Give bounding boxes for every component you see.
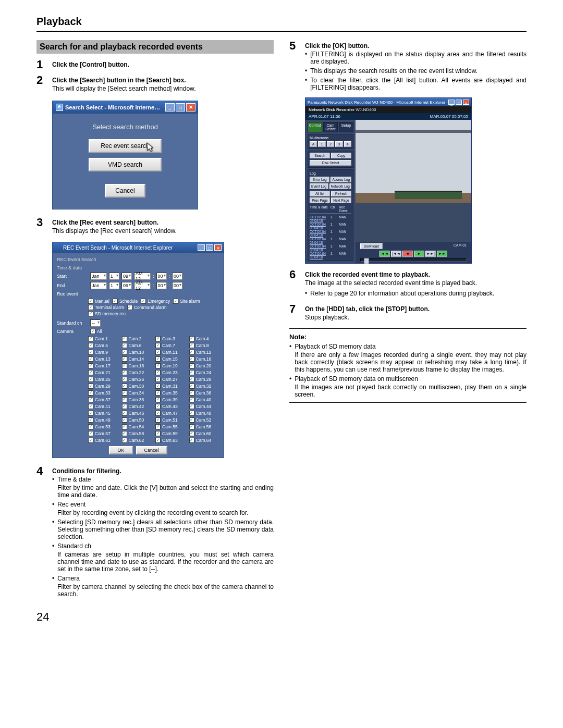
search-button[interactable]: Search bbox=[310, 153, 330, 158]
camera-checkbox[interactable]: ✓Cam.47 bbox=[155, 411, 186, 416]
camera-checkbox[interactable]: ✓Cam.33 bbox=[88, 390, 119, 396]
camera-checkbox[interactable]: ✓Cam.17 bbox=[88, 363, 119, 368]
refresh-button[interactable]: Refresh bbox=[331, 191, 351, 196]
camera-checkbox[interactable]: ✓Cam.14 bbox=[122, 356, 153, 362]
rec-opt-checkbox[interactable]: ✓Manual bbox=[88, 299, 109, 304]
camera-checkbox[interactable]: ✓Cam.54 bbox=[122, 424, 153, 429]
camera-checkbox[interactable]: ✓Cam.59 bbox=[155, 431, 186, 436]
maximize-icon[interactable]: □ bbox=[206, 244, 213, 251]
camera-checkbox[interactable]: ✓Cam.13 bbox=[88, 356, 119, 362]
vmd-search-button[interactable]: VMD search bbox=[89, 158, 162, 171]
start-day-select[interactable]: 1 bbox=[109, 273, 119, 280]
event-log-button[interactable]: Event Log bbox=[310, 183, 328, 189]
cancel-button[interactable]: Cancel bbox=[136, 446, 167, 454]
tab-cam-select[interactable]: Cam Select bbox=[323, 122, 338, 132]
start-ampm-select[interactable]: AM 12 bbox=[134, 273, 151, 280]
ms-4-button[interactable]: 4 bbox=[344, 141, 351, 147]
all-list-button[interactable]: All list bbox=[310, 191, 330, 196]
camera-checkbox[interactable]: ✓Cam.50 bbox=[122, 417, 153, 423]
camera-checkbox[interactable]: ✓Cam.23 bbox=[155, 370, 186, 375]
disk-select-button[interactable]: Disk Select bbox=[310, 160, 351, 166]
access-log-button[interactable]: Access Log bbox=[331, 177, 351, 182]
playback-stop-button[interactable]: ■ bbox=[402, 251, 413, 257]
camera-checkbox[interactable]: ✓Cam.30 bbox=[122, 384, 153, 389]
camera-checkbox[interactable]: ✓Cam.64 bbox=[189, 438, 220, 443]
end-sec-select[interactable]: 00 bbox=[172, 282, 182, 289]
playback-slider[interactable] bbox=[360, 258, 467, 262]
camera-checkbox[interactable]: ✓Cam.46 bbox=[122, 411, 153, 416]
ms-2-button[interactable]: 2 bbox=[327, 141, 334, 147]
camera-checkbox[interactable]: ✓Cam.49 bbox=[88, 417, 119, 423]
camera-checkbox[interactable]: ✓Cam.24 bbox=[189, 370, 220, 375]
camera-checkbox[interactable]: ✓Cam.20 bbox=[189, 363, 220, 368]
cam-all-checkbox[interactable]: ✓All bbox=[90, 329, 102, 334]
download-button[interactable]: Download bbox=[360, 243, 383, 249]
camera-checkbox[interactable]: ✓Cam.42 bbox=[122, 404, 153, 409]
camera-checkbox[interactable]: ✓Cam.32 bbox=[189, 384, 220, 389]
rec-opt-checkbox[interactable]: ✓Terminal alarm bbox=[88, 305, 124, 310]
event-row[interactable]: OCT.06.04 08:04:101MAN bbox=[310, 252, 351, 259]
rec-opt-checkbox[interactable]: ✓Command alarm bbox=[127, 305, 167, 310]
camera-checkbox[interactable]: ✓Cam.28 bbox=[189, 377, 220, 382]
camera-checkbox[interactable]: ✓Cam.62 bbox=[122, 438, 153, 443]
camera-checkbox[interactable]: ✓Cam.8 bbox=[189, 343, 220, 348]
camera-checkbox[interactable]: ✓Cam.9 bbox=[88, 350, 119, 355]
event-row[interactable]: OCT.06.04 08:04:101MAN bbox=[310, 215, 351, 223]
playback-ff-button[interactable]: ►► bbox=[437, 251, 447, 257]
camera-checkbox[interactable]: ✓Cam.61 bbox=[88, 438, 119, 443]
camera-checkbox[interactable]: ✓Cam.29 bbox=[88, 384, 119, 389]
rec-opt-checkbox[interactable]: ✓Site alarm bbox=[173, 299, 200, 304]
camera-checkbox[interactable]: ✓Cam.11 bbox=[155, 350, 186, 355]
camera-checkbox[interactable]: ✓Cam.53 bbox=[88, 424, 119, 429]
ms-1-button[interactable]: 1 bbox=[318, 141, 325, 147]
camera-checkbox[interactable]: ✓Cam.41 bbox=[88, 404, 119, 409]
minimize-icon[interactable]: _ bbox=[165, 103, 175, 112]
start-month-select[interactable]: Jan bbox=[90, 273, 107, 280]
event-row[interactable]: OCT.06.04 08:04:101MAN bbox=[310, 230, 351, 237]
camera-checkbox[interactable]: ✓Cam.19 bbox=[155, 363, 186, 368]
camera-checkbox[interactable]: ✓Cam.15 bbox=[155, 356, 186, 362]
tab-control[interactable]: Control bbox=[308, 122, 322, 132]
camera-checkbox[interactable]: ✓Cam.7 bbox=[155, 343, 186, 348]
start-min-select[interactable]: 00 bbox=[156, 273, 167, 280]
event-row[interactable]: OCT.06.04 08:04:101MAN bbox=[310, 237, 351, 244]
camera-checkbox[interactable]: ✓Cam.5 bbox=[88, 343, 119, 348]
camera-checkbox[interactable]: ✓Cam.43 bbox=[155, 404, 186, 409]
camera-checkbox[interactable]: ✓Cam.4 bbox=[189, 336, 220, 341]
rec-opt-checkbox[interactable]: ✓Schedule bbox=[113, 299, 138, 304]
minimize-icon[interactable]: _ bbox=[198, 244, 205, 251]
camera-checkbox[interactable]: ✓Cam.16 bbox=[189, 356, 220, 362]
playback-next-button[interactable]: ►►| bbox=[425, 251, 436, 257]
camera-checkbox[interactable]: ✓Cam.25 bbox=[88, 377, 119, 382]
camera-checkbox[interactable]: ✓Cam.22 bbox=[122, 370, 153, 375]
cancel-button[interactable]: Cancel bbox=[105, 184, 145, 198]
maximize-icon[interactable]: □ bbox=[456, 100, 462, 105]
camera-checkbox[interactable]: ✓Cam.3 bbox=[155, 336, 186, 341]
camera-checkbox[interactable]: ✓Cam.45 bbox=[88, 411, 119, 416]
rec-opt-checkbox[interactable]: ✓Emergency bbox=[141, 299, 170, 304]
camera-checkbox[interactable]: ✓Cam.34 bbox=[122, 390, 153, 396]
copy-button[interactable]: Copy bbox=[331, 153, 351, 158]
camera-checkbox[interactable]: ✓Cam.12 bbox=[189, 350, 220, 355]
standard-ch-select[interactable]: -- bbox=[90, 319, 101, 327]
camera-checkbox[interactable]: ✓Cam.48 bbox=[189, 411, 220, 416]
camera-checkbox[interactable]: ✓Cam.38 bbox=[122, 397, 153, 402]
ms-a-button[interactable]: A bbox=[310, 141, 317, 147]
camera-checkbox[interactable]: ✓Cam.56 bbox=[189, 424, 220, 429]
close-icon[interactable]: ✕ bbox=[463, 100, 469, 105]
network-log-button[interactable]: Network Log bbox=[329, 183, 352, 189]
ms-3-button[interactable]: 3 bbox=[335, 141, 342, 147]
maximize-icon[interactable]: □ bbox=[176, 103, 185, 112]
end-ampm-select[interactable]: AM 12 bbox=[134, 282, 151, 289]
error-log-button[interactable]: Error Log bbox=[310, 177, 329, 182]
camera-checkbox[interactable]: ✓Cam.21 bbox=[88, 370, 119, 375]
playback-prev-button[interactable]: |◄◄ bbox=[391, 251, 401, 257]
end-month-select[interactable]: Jan bbox=[90, 282, 107, 289]
camera-checkbox[interactable]: ✓Cam.6 bbox=[122, 343, 153, 348]
camera-checkbox[interactable]: ✓Cam.27 bbox=[155, 377, 186, 382]
camera-checkbox[interactable]: ✓Cam.10 bbox=[122, 350, 153, 355]
end-min-select[interactable]: 00 bbox=[156, 282, 167, 289]
ok-button[interactable]: OK bbox=[109, 446, 132, 454]
camera-checkbox[interactable]: ✓Cam.44 bbox=[189, 404, 220, 409]
next-page-button[interactable]: Next Page bbox=[331, 198, 351, 203]
